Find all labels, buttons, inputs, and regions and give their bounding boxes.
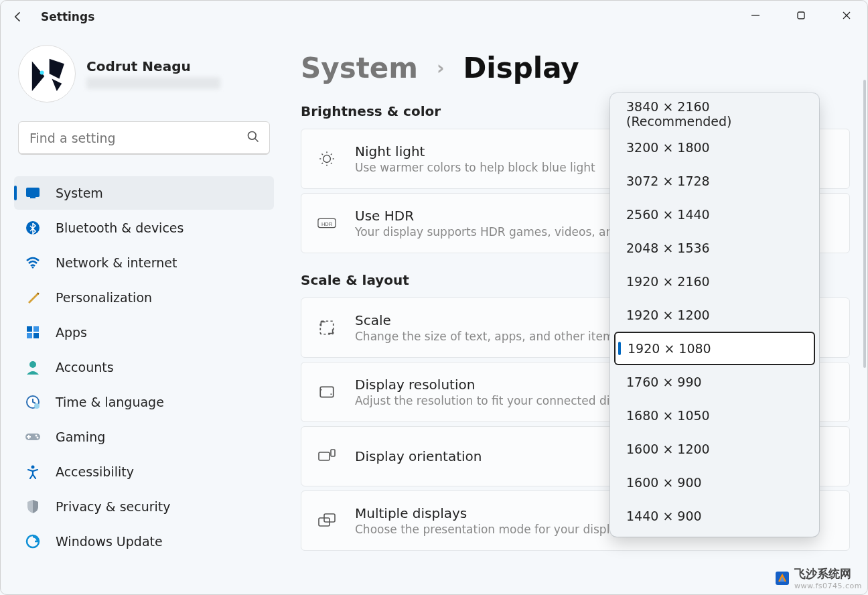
card-subtitle: Choose the presentation mode for your di… [355,523,630,536]
sidebar-item-personalization[interactable]: Personalization [14,281,274,314]
card-subtitle: Use warmer colors to help block blue lig… [355,161,595,174]
bluetooth-icon [25,220,41,236]
card-title: Multiple displays [355,505,630,521]
sidebar-item-apps[interactable]: Apps [14,316,274,349]
titlebar: Settings [1,1,867,33]
card-title: Display orientation [355,448,482,464]
wifi-icon [25,255,41,271]
search-box[interactable] [18,121,270,155]
apps-icon [25,324,41,340]
brush-icon [25,289,41,306]
person-icon [25,359,41,375]
sidebar-item-time-language[interactable]: Time & language [14,385,274,419]
svg-rect-5 [26,188,40,197]
user-email-blurred [86,77,220,89]
resolution-icon [317,383,336,401]
sidebar-item-label: System [56,186,103,200]
watermark-url: www.fs0745.com [794,582,862,590]
sidebar-item-bluetooth-devices[interactable]: Bluetooth & devices [14,211,274,245]
card-title: Scale [355,312,620,328]
back-button[interactable] [10,9,26,25]
card-subtitle: Change the size of text, apps, and other… [355,330,620,343]
resolution-option[interactable]: 2048 × 1536 [614,231,815,265]
sidebar-item-windows-update[interactable]: Windows Update [14,525,274,558]
svg-rect-12 [33,333,39,338]
sidebar-item-accounts[interactable]: Accounts [14,350,274,384]
card-title: Night light [355,143,595,159]
multiple-displays-icon [317,513,336,529]
scrollbar[interactable] [863,80,866,368]
shield-icon [25,499,41,515]
resolution-option[interactable]: 1920 × 1200 [614,298,815,332]
search-input[interactable] [28,130,246,146]
app-title: Settings [41,10,94,23]
svg-rect-25 [320,387,334,397]
sidebar-item-label: Accounts [56,360,114,375]
resolution-option[interactable]: 1680 × 1050 [614,399,815,432]
svg-point-17 [35,435,38,437]
resolution-option[interactable]: 1440 × 900 [614,499,815,533]
svg-rect-24 [320,321,334,334]
svg-point-4 [248,132,257,140]
sidebar-item-accessibility[interactable]: Accessibility [14,455,274,488]
sidebar-item-label: Privacy & security [56,499,171,514]
resolution-option[interactable]: 3200 × 1800 [614,131,815,164]
settings-window: Settings [0,0,868,595]
card-subtitle: Adjust the resolution to fit your connec… [355,394,640,407]
nav-list: SystemBluetooth & devicesNetwork & inter… [14,176,274,558]
resolution-option[interactable]: 1920 × 1080 [614,332,815,365]
sidebar-item-label: Time & language [56,395,164,409]
sidebar-item-system[interactable]: System [14,176,274,210]
sidebar-item-network-internet[interactable]: Network & internet [14,246,274,279]
sidebar-item-label: Windows Update [56,534,163,549]
clock-icon [25,394,41,410]
svg-rect-26 [319,452,330,460]
watermark-title: 飞沙系统网 [794,566,862,582]
svg-point-19 [31,466,35,469]
sidebar-item-privacy-security[interactable]: Privacy & security [14,490,274,523]
breadcrumb-parent[interactable]: System [301,52,418,84]
resolution-option[interactable]: 3840 × 2160 (Recommended) [614,97,815,131]
svg-point-8 [32,267,34,269]
sidebar-item-label: Network & internet [56,255,177,270]
hdr-icon: HDR [317,216,336,230]
night-light-icon [317,150,336,168]
resolution-dropdown[interactable]: 3840 × 2160 (Recommended)3200 × 18003072… [610,93,819,537]
sidebar-item-label: Apps [56,325,87,340]
chevron-right-icon: › [437,57,445,79]
user-profile[interactable]: Codrut Neagu [14,45,274,103]
svg-rect-27 [331,450,335,456]
svg-point-2 [23,50,70,97]
resolution-option[interactable]: 3072 × 1728 [614,164,815,198]
resolution-option[interactable]: 1760 × 990 [614,365,815,399]
svg-rect-6 [30,197,35,198]
svg-rect-9 [27,326,32,332]
avatar [18,45,76,103]
svg-point-13 [29,361,36,368]
window-controls [740,5,862,26]
scale-icon [317,319,336,336]
user-name: Codrut Neagu [86,58,220,74]
sidebar-item-label: Bluetooth & devices [56,220,184,235]
svg-point-21 [323,155,331,163]
svg-rect-10 [33,326,39,332]
maximize-button[interactable] [786,5,816,26]
accessibility-icon [25,464,41,480]
update-icon [25,533,41,549]
svg-rect-11 [27,333,32,338]
watermark: 飞沙系统网 www.fs0745.com [776,566,862,590]
resolution-option[interactable]: 1600 × 1200 [614,432,815,466]
svg-point-3 [40,71,44,75]
orientation-icon [317,448,336,464]
gamepad-icon [25,429,41,445]
minimize-button[interactable] [740,5,771,26]
breadcrumb-current: Display [463,52,579,84]
svg-rect-1 [798,12,804,19]
resolution-option[interactable]: 2560 × 1440 [614,198,815,231]
sidebar: Codrut Neagu SystemBluetooth & devicesNe… [1,33,282,594]
resolution-option[interactable]: 1920 × 2160 [614,265,815,298]
resolution-option[interactable]: 1600 × 900 [614,466,815,499]
close-button[interactable] [831,5,862,26]
sidebar-item-gaming[interactable]: Gaming [14,420,274,454]
system-icon [25,185,41,201]
